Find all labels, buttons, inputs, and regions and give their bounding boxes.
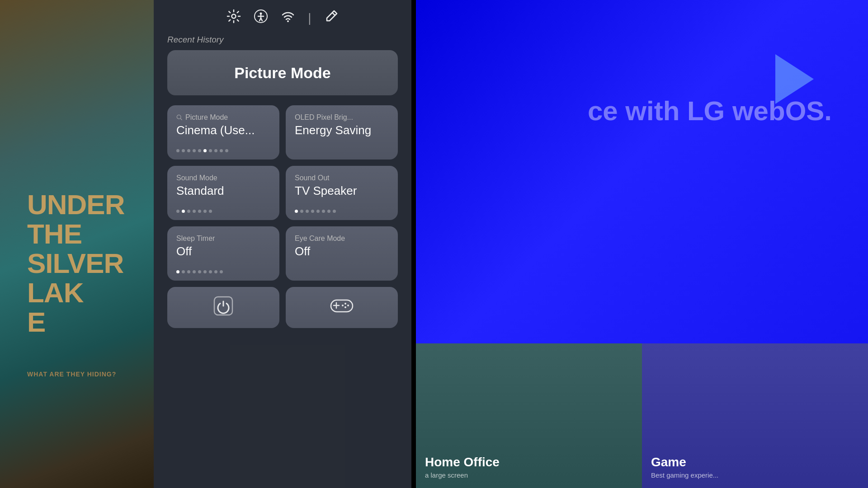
picture-mode-button[interactable]: Picture Mode <box>167 50 398 95</box>
svg-point-15 <box>344 303 346 305</box>
dot-s3 <box>187 210 190 213</box>
lg-webos-text: ce with LG webOS. <box>588 90 832 127</box>
sleep-timer-dots <box>176 270 270 273</box>
picture-mode-button-label: Picture Mode <box>234 64 330 82</box>
quick-settings-tiles: Picture Mode Cinema (Use... OLED Pixel B… <box>167 105 398 328</box>
dot-s6 <box>203 210 207 213</box>
dot-7 <box>209 149 212 152</box>
svg-point-16 <box>347 305 349 306</box>
settings-icon[interactable] <box>226 9 241 27</box>
dot-s7 <box>209 210 212 213</box>
dot-so5 <box>316 210 320 213</box>
picture-mode-dots <box>176 149 270 152</box>
svg-point-0 <box>232 14 236 19</box>
accessibility-icon[interactable] <box>254 9 268 27</box>
game-card[interactable]: Game Best gaming experie... <box>642 343 868 488</box>
sound-out-tile-value: TV Speaker <box>295 184 389 198</box>
dot-st4 <box>193 270 196 273</box>
dot-so7 <box>327 210 330 213</box>
dot-1 <box>176 149 179 152</box>
oled-pixel-tile[interactable]: OLED Pixel Brig... Energy Saving <box>286 105 398 160</box>
sound-mode-tile-value: Standard <box>176 184 270 198</box>
dot-8 <box>214 149 217 152</box>
dot-2 <box>182 149 185 152</box>
game-title: Game <box>651 455 859 469</box>
dot-st6 <box>203 270 207 273</box>
svg-point-7 <box>287 20 289 22</box>
svg-point-18 <box>342 305 344 306</box>
panel-top-icons: | <box>226 5 338 27</box>
dot-so8 <box>333 210 336 213</box>
movie-title-text: UNDERTHESILVERLAKE <box>27 190 124 337</box>
home-office-card[interactable]: Home Office a large screen <box>416 343 642 488</box>
dot-so6 <box>322 210 325 213</box>
sound-out-tile-label: Sound Out <box>295 174 389 182</box>
sleep-timer-tile-value: Off <box>176 244 270 258</box>
dot-s2 <box>182 210 185 213</box>
sound-out-tile[interactable]: Sound Out TV Speaker <box>286 166 398 220</box>
dot-4 <box>193 149 196 152</box>
background-right: ce with LG webOS. Home Office a large sc… <box>416 0 868 488</box>
svg-line-10 <box>180 118 182 120</box>
movie-tagline: WHAT ARE THEY HIDING? <box>27 371 116 378</box>
svg-point-17 <box>344 306 346 308</box>
dot-10 <box>225 149 228 152</box>
gamepad-tile[interactable] <box>286 287 398 328</box>
picture-mode-tile-label: Picture Mode <box>176 113 270 122</box>
dot-so3 <box>306 210 309 213</box>
dot-st8 <box>214 270 217 273</box>
dot-5 <box>198 149 201 152</box>
oled-pixel-tile-label: OLED Pixel Brig... <box>295 113 389 122</box>
home-office-subtitle: a large screen <box>425 471 633 479</box>
dot-9 <box>220 149 223 152</box>
sound-out-dots <box>295 210 389 213</box>
dot-st7 <box>209 270 212 273</box>
sleep-timer-tile-label: Sleep Timer <box>176 235 270 243</box>
sleep-timer-tile[interactable]: Sleep Timer Off <box>167 226 279 281</box>
home-office-title: Home Office <box>425 455 633 469</box>
power-icon <box>212 295 234 321</box>
background-left: UNDERTHESILVERLAKE WHAT ARE THEY HIDING? <box>0 0 154 488</box>
dot-st3 <box>187 270 190 273</box>
oled-pixel-tile-value: Energy Saving <box>295 123 389 137</box>
wifi-icon[interactable] <box>281 9 295 27</box>
picture-mode-tile[interactable]: Picture Mode Cinema (Use... <box>167 105 279 160</box>
edit-icon[interactable] <box>324 9 339 27</box>
eye-care-tile-label: Eye Care Mode <box>295 235 389 243</box>
dot-so4 <box>311 210 314 213</box>
picture-mode-tile-value: Cinema (Use... <box>176 123 270 137</box>
dot-st2 <box>182 270 185 273</box>
eye-care-tile-value: Off <box>295 244 389 258</box>
gamepad-icon <box>330 297 354 319</box>
dot-3 <box>187 149 190 152</box>
dot-st5 <box>198 270 201 273</box>
svg-line-6 <box>261 18 262 21</box>
dot-so2 <box>300 210 303 213</box>
dot-s4 <box>193 210 196 213</box>
sound-mode-tile-label: Sound Mode <box>176 174 270 182</box>
dot-s5 <box>198 210 201 213</box>
eye-care-tile[interactable]: Eye Care Mode Off <box>286 226 398 281</box>
sound-mode-tile[interactable]: Sound Mode Standard <box>167 166 279 220</box>
bottom-content-cards: Home Office a large screen Game Best gam… <box>416 343 868 488</box>
sound-mode-dots <box>176 210 270 213</box>
game-subtitle: Best gaming experie... <box>651 471 859 479</box>
dot-so1 <box>295 210 298 213</box>
dot-st1 <box>176 270 179 273</box>
divider-icon: | <box>308 11 311 25</box>
quick-settings-panel: | Recent History Picture Mode Picture Mo… <box>154 0 411 488</box>
dot-st9 <box>220 270 223 273</box>
recent-history-label: Recent History <box>154 35 411 45</box>
dot-6 <box>203 149 207 152</box>
power-tile[interactable] <box>167 287 279 328</box>
svg-line-8 <box>332 13 335 15</box>
dot-s1 <box>176 210 179 213</box>
